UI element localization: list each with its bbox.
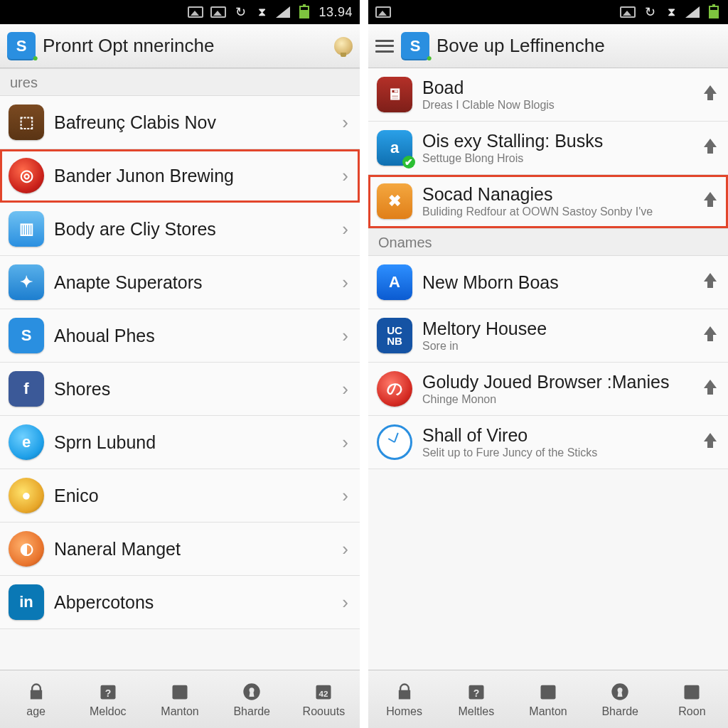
list-item[interactable]: ●Enico› bbox=[0, 469, 360, 523]
app-item-icon: ● bbox=[9, 478, 44, 513]
list-item[interactable]: ⬚Bafreunç Clabis Nov› bbox=[0, 96, 360, 149]
list-item-title: Goludy Joued Browser :Manies bbox=[422, 372, 691, 392]
wifi-icon: ⧗ bbox=[664, 5, 678, 19]
list-item-title: Shores bbox=[54, 379, 329, 400]
tab-label: Meldoc bbox=[90, 705, 127, 718]
list-top[interactable]: 🖥BoadDreas I Clable Now BlogisaOis exy S… bbox=[368, 68, 728, 228]
upvote-icon[interactable] bbox=[701, 192, 719, 210]
signal-icon bbox=[685, 5, 700, 19]
tab-bharde[interactable]: Bharde bbox=[584, 670, 656, 728]
cal-icon bbox=[168, 681, 192, 702]
app-item-icon: ◐ bbox=[9, 531, 44, 567]
tab-manton[interactable]: Manton bbox=[144, 670, 215, 728]
section-header: Onames bbox=[368, 228, 728, 256]
svg-text:42: 42 bbox=[319, 689, 328, 698]
app-header: S Bove up Leffinenche bbox=[368, 24, 728, 68]
list-item-title: Ahoual Phes bbox=[54, 326, 329, 346]
lock-icon bbox=[392, 681, 417, 702]
chevron-right-icon: › bbox=[339, 218, 351, 240]
list-item[interactable]: ANew Mborn Boas bbox=[368, 256, 728, 309]
list-item[interactable]: aOis exy Stalling: BusksSettuge Blong Hr… bbox=[368, 122, 728, 175]
list-item[interactable]: inAbpercotons› bbox=[0, 576, 360, 629]
tab-label: Manton bbox=[161, 705, 198, 718]
app-item-icon: e bbox=[9, 424, 44, 460]
list-item[interactable]: のGoludy Joued Browser :ManiesChinge Mono… bbox=[368, 363, 728, 416]
list-item-title: Shall of Vireo bbox=[422, 425, 691, 446]
list-item[interactable]: ◐Naneral Manget› bbox=[0, 523, 360, 576]
tab-label: Roon bbox=[678, 705, 705, 718]
list-item-title: Meltory Housee bbox=[422, 318, 691, 339]
list-item[interactable]: Shall of VireoSelit up to Fure Juncy of … bbox=[368, 416, 728, 469]
app-item-icon bbox=[377, 424, 412, 460]
tab-homes[interactable]: Homes bbox=[368, 670, 440, 728]
app-item-icon: ▥ bbox=[9, 211, 44, 247]
cal-42-icon: 42 bbox=[311, 681, 336, 702]
list-item-title: Ois exy Stalling: Busks bbox=[422, 131, 691, 151]
upvote-icon[interactable] bbox=[701, 85, 719, 104]
tab-roon[interactable]: Roon bbox=[656, 670, 728, 728]
app-item-icon: in bbox=[9, 584, 44, 620]
upvote-icon[interactable] bbox=[701, 139, 719, 157]
cal-icon bbox=[536, 681, 560, 702]
tab-label: Roouuts bbox=[303, 705, 346, 718]
chevron-right-icon: › bbox=[339, 378, 351, 400]
list-item[interactable]: UC NBMeltory HouseeSore in bbox=[368, 309, 728, 363]
tab-meltles[interactable]: ?Meltles bbox=[440, 670, 512, 728]
upvote-icon[interactable] bbox=[701, 433, 719, 451]
list-item[interactable]: ◎Bander Junon Brewing› bbox=[0, 149, 360, 203]
app-icon[interactable]: S bbox=[401, 32, 429, 60]
phone-right: ↻ ⧗ S Bove up Leffinenche 🖥BoadDreas I C… bbox=[364, 0, 728, 728]
menu-icon[interactable] bbox=[375, 40, 394, 53]
list-item[interactable]: ▥Body are Cliy Stores› bbox=[0, 203, 360, 256]
bulb-icon[interactable] bbox=[334, 37, 353, 55]
tab-label: age bbox=[26, 705, 46, 718]
list[interactable]: ⬚Bafreunç Clabis Nov›◎Bander Junon Brewi… bbox=[0, 96, 360, 670]
app-icon[interactable]: S bbox=[7, 32, 36, 60]
screenshot-icon bbox=[210, 6, 226, 18]
list-item[interactable]: SAhoual Phes› bbox=[0, 309, 360, 363]
signal-icon bbox=[276, 5, 290, 19]
svg-rect-9 bbox=[541, 685, 556, 699]
cal-q-icon: ? bbox=[464, 681, 488, 702]
sync-icon: ↻ bbox=[233, 5, 247, 19]
list-item-subtitle: Buliding Redfour at OOWN Sastoy Sonby I'… bbox=[422, 205, 691, 218]
list-item-subtitle: Selit up to Fure Juncy of the Sticks bbox=[422, 446, 691, 459]
app-icon-letter: S bbox=[410, 37, 421, 55]
list-item-subtitle: Dreas I Clable Now Blogis bbox=[422, 99, 691, 112]
tab-meldoc[interactable]: ?Meldoc bbox=[72, 670, 144, 728]
list-item[interactable]: eSprn Lubund› bbox=[0, 416, 360, 469]
list-item[interactable]: 🖥BoadDreas I Clable Now Blogis bbox=[368, 68, 728, 122]
wifi-icon: ⧗ bbox=[255, 5, 269, 19]
list-item-title: Enico bbox=[54, 486, 329, 506]
list-bottom[interactable]: ANew Mborn BoasUC NBMeltory HouseeSore i… bbox=[368, 256, 728, 670]
list-item[interactable]: ✦Anapte Superators› bbox=[0, 256, 360, 309]
tab-roouuts[interactable]: 42Roouuts bbox=[288, 670, 360, 728]
screenshot-icon bbox=[620, 6, 636, 18]
chevron-right-icon: › bbox=[339, 165, 351, 187]
list-item-title: Bafreunç Clabis Nov bbox=[54, 112, 329, 133]
app-icon-letter: S bbox=[16, 37, 27, 55]
tab-bharde[interactable]: Bharde bbox=[216, 670, 288, 728]
tab-label: Homes bbox=[386, 705, 422, 718]
upvote-icon[interactable] bbox=[701, 273, 719, 291]
tab-bar: Homes?MeltlesMantonBhardeRoon bbox=[368, 670, 728, 728]
upvote-icon[interactable] bbox=[701, 380, 719, 398]
tab-age[interactable]: age bbox=[0, 670, 72, 728]
list-item-subtitle: Settuge Blong Hrois bbox=[422, 152, 691, 165]
app-item-icon: ✖ bbox=[377, 183, 412, 219]
app-item-icon: f bbox=[9, 371, 44, 407]
chevron-right-icon: › bbox=[339, 112, 351, 134]
list-item-title: New Mborn Boas bbox=[422, 272, 691, 293]
list-item-title: Sprn Lubund bbox=[54, 432, 329, 453]
tab-manton[interactable]: Manton bbox=[512, 670, 584, 728]
chevron-right-icon: › bbox=[339, 432, 351, 454]
page-title: Pronrt Opt nnerinche bbox=[43, 35, 327, 57]
svg-text:?: ? bbox=[473, 687, 480, 699]
cal-q-icon: ? bbox=[96, 681, 120, 702]
chevron-right-icon: › bbox=[339, 592, 351, 614]
status-bar: ↻ ⧗ 13.94 bbox=[0, 0, 360, 24]
upvote-icon[interactable] bbox=[701, 326, 719, 345]
svg-rect-2 bbox=[173, 685, 188, 699]
list-item[interactable]: fShores› bbox=[0, 363, 360, 416]
list-item[interactable]: ✖Socad NanagiesBuliding Redfour at OOWN … bbox=[368, 175, 728, 228]
